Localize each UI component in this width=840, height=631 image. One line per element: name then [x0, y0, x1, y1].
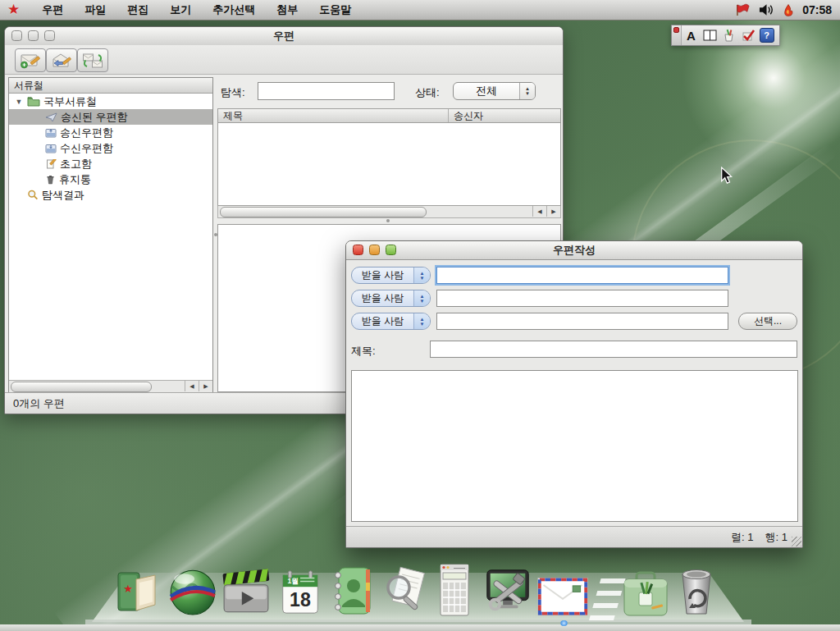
sidebar-item-inbox[interactable]: 수신우편함 [9, 140, 212, 156]
font-icon: A [687, 29, 696, 43]
toolbar-handle[interactable] [672, 25, 682, 45]
menu-view[interactable]: 보기 [159, 0, 202, 20]
message-list-header: 제목 송신자 [217, 108, 561, 123]
combo-stepper-icon[interactable]: ▲▼ [413, 290, 430, 306]
recipient-input-1[interactable] [436, 267, 728, 284]
sidebar-item-outbox[interactable]: 송신우편함 [9, 125, 212, 140]
sidebar-item-label: 휴지통 [59, 172, 91, 187]
maximize-button[interactable] [386, 245, 396, 255]
columns-icon [703, 30, 717, 41]
flame-icon[interactable] [783, 3, 794, 17]
sidebar-item-trash[interactable]: 휴지통 [9, 171, 212, 187]
minimize-button[interactable] [369, 245, 380, 255]
disclosure-triangle-icon[interactable]: ▼ [14, 98, 24, 106]
sidebar-item-sent-mailbox[interactable]: 송신된 우편함 [9, 109, 212, 125]
menu-file[interactable]: 파일 [74, 0, 116, 20]
scroll-left-arrow[interactable]: ◀ [532, 206, 546, 217]
speaker-icon[interactable] [759, 3, 774, 16]
close-button[interactable] [353, 245, 363, 255]
close-button[interactable] [11, 30, 22, 41]
mail-running-indicator [559, 620, 568, 626]
dock-document-viewer-icon[interactable] [377, 563, 428, 617]
dock-file-manager-icon[interactable]: ★ [114, 563, 165, 617]
send-receive-button[interactable] [77, 48, 108, 72]
clock: 07:58 [802, 3, 832, 16]
reply-mail-button[interactable] [46, 48, 77, 72]
calendar-day: 18 [290, 589, 311, 610]
sidebar-item-label: 초고함 [60, 157, 92, 171]
pencil-cup-button[interactable] [719, 25, 738, 45]
column-subject[interactable]: 제목 [218, 109, 449, 122]
dock-stationery-icon[interactable] [620, 563, 671, 617]
compose-mail-icon [20, 53, 41, 69]
compose-mail-button[interactable] [15, 48, 46, 72]
menu-mail[interactable]: 우편 [31, 0, 74, 20]
trash-icon [45, 175, 56, 185]
sidebar-item-search-results[interactable]: 탐색결과 [9, 187, 212, 203]
scroll-left-arrow[interactable]: ◀ [185, 381, 199, 391]
select-recipient-button[interactable]: 선택... [738, 313, 797, 330]
red-flag-icon[interactable] [735, 3, 751, 17]
mouse-cursor [720, 167, 733, 188]
combo-stepper-icon[interactable]: ▲▼ [519, 83, 535, 99]
dock-trash-icon[interactable] [671, 563, 722, 617]
maximize-button[interactable] [44, 30, 55, 41]
compose-titlebar[interactable]: 우편작성 [346, 241, 802, 260]
mail-window-title: 우편 [5, 27, 563, 45]
combo-stepper-icon[interactable]: ▲▼ [413, 267, 430, 283]
minimize-button[interactable] [28, 30, 39, 41]
sidebar-item-root-folder[interactable]: ▼ 국부서류철 [9, 94, 212, 109]
toolbar-close-button[interactable] [673, 27, 679, 33]
dock-web-browser-icon[interactable] [167, 563, 218, 617]
pane-splitter-handle[interactable] [386, 219, 390, 222]
status-combo[interactable]: 전체 ▲▼ [453, 82, 536, 100]
floating-toolbar[interactable]: A ? [671, 25, 780, 46]
subject-input[interactable] [430, 341, 797, 358]
help-button[interactable]: ? [757, 25, 776, 45]
desktop: ★ 우편 파일 편집 보기 추가선택 첨부 도움말 07:58 [0, 0, 840, 631]
menu-attach[interactable]: 첨부 [266, 0, 308, 20]
send-receive-icon [82, 53, 103, 69]
font-button[interactable]: A [682, 25, 701, 45]
message-list-scrollbar[interactable]: ◀ ▶ [217, 206, 561, 218]
recipient-combo-value: 받을 사람 [352, 268, 413, 282]
columns-button[interactable] [701, 25, 719, 45]
mail-titlebar[interactable]: 우편 [5, 27, 563, 46]
dock-calendar-icon[interactable]: 1월18 [275, 563, 326, 617]
recipient-type-combo-2[interactable]: 받을 사람 ▲▼ [351, 290, 431, 307]
dock-media-player-icon[interactable] [221, 563, 272, 617]
column-sender[interactable]: 송신자 [449, 109, 560, 122]
dock-calculator-icon[interactable] [429, 563, 480, 617]
help-icon: ? [760, 28, 774, 43]
magnifier-icon [27, 190, 39, 200]
sidebar-item-label: 국부서류철 [43, 94, 97, 109]
scrollbar-thumb[interactable] [220, 207, 427, 217]
sidebar-item-label: 탐색결과 [42, 188, 84, 203]
red-star-icon[interactable]: ★ [0, 0, 31, 20]
paper-plane-icon [45, 112, 57, 122]
sidebar-item-drafts[interactable]: 초고함 [9, 156, 212, 171]
recipient-input-2[interactable] [436, 290, 728, 307]
dock-system-settings-icon[interactable] [482, 563, 533, 617]
dock-address-book-icon[interactable] [326, 563, 377, 617]
menu-help[interactable]: 도움말 [308, 0, 362, 20]
menu-options[interactable]: 추가선택 [202, 0, 266, 20]
menu-edit[interactable]: 편집 [116, 0, 159, 20]
spell-check-button[interactable] [738, 25, 757, 45]
compose-window[interactable]: 우편작성 받을 사람 ▲▼ 받을 사람 ▲▼ 받을 사람 ▲▼ 선택... 제목… [345, 240, 803, 548]
recipient-input-3[interactable] [436, 313, 728, 330]
sidebar-horizontal-scrollbar[interactable]: ◀ ▶ [9, 380, 212, 392]
recipient-type-combo-1[interactable]: 받을 사람 ▲▼ [351, 267, 431, 284]
pencil-icon [45, 159, 57, 169]
combo-stepper-icon[interactable]: ▲▼ [413, 313, 430, 329]
recipient-type-combo-3[interactable]: 받을 사람 ▲▼ [351, 313, 431, 330]
message-body-textarea[interactable] [351, 370, 798, 522]
search-input[interactable] [258, 82, 395, 100]
scroll-right-arrow[interactable]: ▶ [199, 381, 212, 391]
dock-mail-icon[interactable] [537, 563, 588, 617]
scrollbar-thumb[interactable] [11, 382, 152, 392]
sidebar-item-label: 송신된 우편함 [61, 110, 128, 125]
menu-bar: ★ 우편 파일 편집 보기 추가선택 첨부 도움말 07:58 [0, 0, 840, 21]
message-list[interactable] [217, 123, 561, 206]
scroll-right-arrow[interactable]: ▶ [546, 206, 560, 217]
